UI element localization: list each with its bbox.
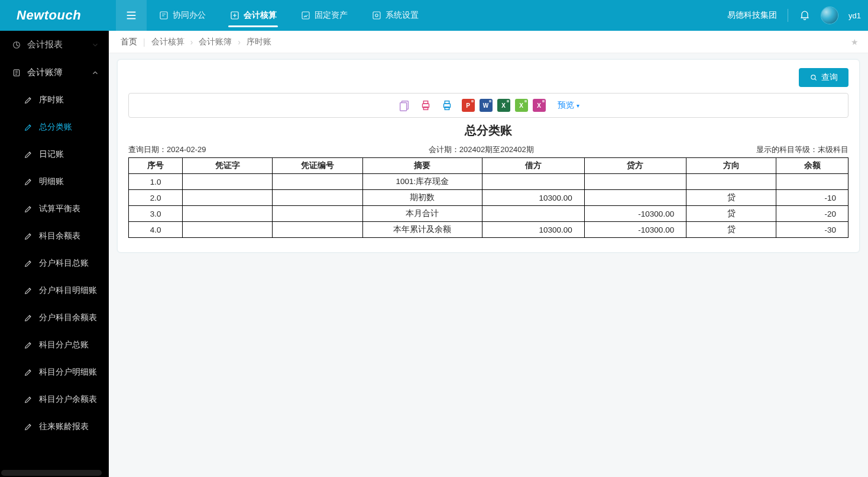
meta-period: 会计期：202402期至202402期	[429, 144, 534, 155]
brand-text: Newtouch	[17, 8, 81, 23]
print-icon[interactable]	[441, 99, 454, 112]
crumb-2[interactable]: 会计账簿	[196, 37, 234, 47]
sidebar-item-label: 分户科目明细账	[39, 285, 97, 296]
pen-ruler-icon	[24, 177, 33, 186]
svg-rect-5	[302, 12, 309, 19]
cell-char	[183, 222, 273, 238]
pen-ruler-icon	[24, 204, 33, 214]
sidebar-item[interactable]: 日记账	[0, 141, 109, 168]
cell-dir: 贷	[686, 190, 776, 206]
cell-debit	[482, 174, 584, 190]
cell-char	[183, 174, 273, 190]
sidebar-item[interactable]: 分户科目余额表	[0, 304, 109, 331]
settings-icon	[371, 10, 382, 21]
pen-ruler-icon	[24, 395, 33, 404]
caret-down-icon: ▾	[576, 102, 579, 109]
sidebar-item[interactable]: 总分类账	[0, 114, 109, 141]
sidebar-item-label: 总分类账	[39, 122, 72, 133]
menu-toggle[interactable]	[116, 0, 147, 31]
crumb-3[interactable]: 序时账	[244, 37, 274, 47]
svg-point-7	[375, 14, 378, 17]
avatar[interactable]	[821, 7, 838, 24]
sidebar-item[interactable]: 序时账	[0, 86, 109, 114]
excel-export-3[interactable]: X	[533, 99, 546, 112]
topnav-label: 协同办公	[173, 10, 206, 21]
cell-bal: -30	[776, 222, 848, 238]
col-credit: 贷方	[584, 158, 686, 174]
sidebar: 会计报表 会计账簿 序时账总分类账日记账明细账试算平衡表科目余额表分户科目总账分…	[0, 31, 109, 477]
word-export[interactable]: W	[480, 99, 493, 112]
svg-rect-15	[423, 101, 427, 104]
preview-label: 预览	[558, 100, 574, 111]
sidebar-group-label: 会计报表	[27, 39, 63, 50]
cell-credit	[584, 174, 686, 190]
svg-point-10	[811, 75, 815, 79]
col-seq: 序号	[129, 158, 183, 174]
excel-export-2[interactable]: X	[515, 99, 528, 112]
sidebar-item[interactable]: 明细账	[0, 168, 109, 195]
sidebar-item[interactable]: 科目分户余额表	[0, 386, 109, 413]
topnav: 协同办公 会计核算 固定资产 系统设置	[147, 0, 430, 31]
pen-ruler-icon	[24, 231, 33, 241]
query-button[interactable]: 查询	[799, 68, 848, 87]
divider	[788, 9, 788, 22]
svg-rect-18	[445, 101, 449, 104]
assets-icon	[300, 10, 311, 21]
accounting-icon	[229, 10, 240, 21]
sidebar-item[interactable]: 科目分户总账	[0, 331, 109, 359]
sidebar-item[interactable]: 科目分户明细账	[0, 359, 109, 386]
meta-level: 显示的科目等级：末级科目	[756, 144, 848, 155]
sidebar-item-label: 往来账龄报表	[39, 421, 89, 432]
scrollbar[interactable]	[1, 470, 102, 476]
cell-seq: 2.0	[129, 190, 183, 206]
query-label: 查询	[821, 72, 838, 83]
pen-ruler-icon	[24, 259, 33, 268]
main: 首页 | 会计核算 › 会计账簿 › 序时账 ★ 查询	[109, 31, 868, 477]
report-toolbar: PWXXX 预览 ▾	[128, 93, 848, 118]
col-char: 凭证字	[183, 158, 273, 174]
table-row: 4.0本年累计及余额10300.00-10300.00贷-30	[129, 222, 848, 238]
pen-ruler-icon	[24, 422, 33, 431]
sidebar-item[interactable]: 往来账龄报表	[0, 413, 109, 440]
favorite-star-icon[interactable]: ★	[851, 37, 859, 47]
cell-dir: 贷	[686, 206, 776, 222]
cell-vno	[273, 206, 362, 222]
sidebar-group-reports[interactable]: 会计报表	[0, 31, 109, 59]
print-direct-icon[interactable]	[419, 99, 432, 112]
topnav-item-accounting[interactable]: 会计核算	[218, 0, 289, 31]
sidebar-item[interactable]: 分户科目总账	[0, 250, 109, 277]
excel-export-1[interactable]: X	[497, 99, 510, 112]
cell-dir: 贷	[686, 222, 776, 238]
copy-icon[interactable]	[398, 99, 411, 112]
cell-bal: -10	[776, 190, 848, 206]
cell-credit: -10300.00	[584, 206, 686, 222]
sidebar-item-label: 日记账	[39, 149, 64, 160]
topnav-item-settings[interactable]: 系统设置	[359, 0, 430, 31]
sidebar-item[interactable]: 科目余额表	[0, 223, 109, 250]
cell-dir	[686, 174, 776, 190]
cell-vno	[273, 174, 362, 190]
search-icon	[809, 73, 818, 82]
content: 查询 PWXXX 预览 ▾	[109, 53, 868, 477]
cell-seq: 4.0	[129, 222, 183, 238]
sidebar-item[interactable]: 分户科目明细账	[0, 277, 109, 304]
ledger-icon	[12, 68, 21, 78]
pen-ruler-icon	[24, 286, 33, 295]
panel: 查询 PWXXX 预览 ▾	[117, 59, 860, 253]
crumb-1[interactable]: 会计核算	[149, 37, 187, 47]
cell-summary: 本月合计	[362, 206, 482, 222]
chevron-up-icon	[91, 69, 99, 77]
sidebar-group-books[interactable]: 会计账簿	[0, 59, 109, 86]
col-bal: 余额	[776, 158, 848, 174]
pen-ruler-icon	[24, 95, 33, 105]
crumb-home[interactable]: 首页	[118, 37, 140, 47]
collab-icon	[158, 10, 169, 21]
sidebar-item[interactable]: 试算平衡表	[0, 195, 109, 223]
preview-dropdown[interactable]: 预览 ▾	[558, 100, 579, 111]
pdf-export[interactable]: P	[462, 99, 475, 112]
topnav-item-assets[interactable]: 固定资产	[289, 0, 359, 31]
bell-icon[interactable]	[799, 9, 811, 22]
topnav-item-collab[interactable]: 协同办公	[147, 0, 218, 31]
table-wrap[interactable]: 序号 凭证字 凭证编号 摘要 借方 贷方 方向 余额 1.01001:库存现金2…	[128, 157, 848, 238]
sidebar-item-label: 科目分户总账	[39, 340, 89, 350]
